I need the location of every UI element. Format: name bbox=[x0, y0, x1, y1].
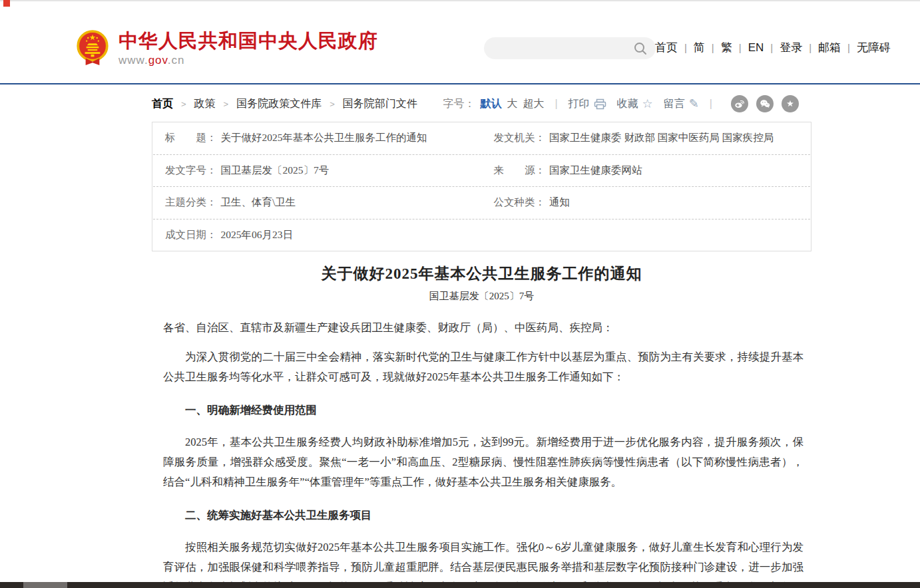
document-body: 各省、自治区、直辖市及新疆生产建设兵团卫生健康委、财政厅（局）、中医药局、疾控局… bbox=[163, 310, 804, 588]
comment-label: 留言 bbox=[664, 97, 685, 111]
breadcrumb-item-3[interactable]: 国务院政策文件库 bbox=[236, 97, 322, 111]
document-number: 国卫基层发〔2025〕7号 bbox=[152, 290, 811, 303]
pencil-icon: ✎ bbox=[689, 98, 699, 110]
paragraph: 为深入贯彻党的二十届三中全会精神，落实新时代党的卫生与健康工作方针中以基层为重点… bbox=[163, 347, 804, 387]
meta-cell: 标 题：关于做好2025年基本公共卫生服务工作的通知 bbox=[153, 131, 482, 145]
print-button[interactable]: 打印 bbox=[569, 97, 606, 111]
search-input[interactable] bbox=[495, 43, 633, 54]
weibo-icon[interactable] bbox=[731, 95, 748, 112]
breadcrumb: 首页>政策>国务院政策文件库>国务院部门文件 bbox=[152, 97, 417, 111]
favorite-label: 收藏 bbox=[617, 97, 638, 111]
meta-label: 发文字号： bbox=[165, 164, 217, 178]
meta-cell: 来 源：国家卫生健康委网站 bbox=[482, 164, 811, 178]
nav-separator: | bbox=[684, 42, 687, 53]
font-size-large-button[interactable]: 大 bbox=[507, 97, 517, 111]
meta-value: 2025年06月23日 bbox=[221, 228, 294, 242]
meta-cell: 公文种类：通知 bbox=[482, 196, 811, 210]
footer-bar bbox=[0, 582, 920, 588]
nav-item-2[interactable]: 简 bbox=[694, 40, 705, 55]
breadcrumb-item-4: 国务院部门文件 bbox=[343, 97, 417, 111]
meta-cell: 主题分类：卫生、体育\卫生 bbox=[153, 196, 482, 210]
printer-icon bbox=[594, 98, 606, 110]
font-size-xlarge-button[interactable]: 超大 bbox=[523, 97, 544, 111]
site-url-gov: gov bbox=[148, 54, 168, 67]
section-heading: 一、明确新增经费使用范围 bbox=[163, 400, 804, 420]
share-buttons bbox=[723, 95, 799, 112]
top-nav: 首页|简|繁|EN|登录|邮箱|无障碍 bbox=[655, 40, 891, 55]
nav-item-1[interactable]: 首页 bbox=[655, 40, 678, 55]
meta-cell: 发文字号：国卫基层发〔2025〕7号 bbox=[153, 164, 482, 178]
search-icon[interactable] bbox=[633, 41, 648, 56]
site-title: 中华人民共和国中央人民政府 bbox=[118, 29, 378, 52]
wechat-icon[interactable] bbox=[756, 95, 774, 112]
nav-separator: | bbox=[847, 42, 850, 53]
section-heading: 二、统筹实施好基本公共卫生服务项目 bbox=[163, 506, 804, 525]
paragraph: 按照相关服务规范切实做好2025年基本公共卫生服务项目实施工作。强化0～6岁儿童… bbox=[163, 537, 804, 588]
paragraph: 各省、自治区、直辖市及新疆生产建设兵团卫生健康委、财政厅（局）、中医药局、疾控局… bbox=[163, 318, 804, 338]
breadcrumb-item-1[interactable]: 首页 bbox=[152, 97, 173, 111]
meta-label: 主题分类： bbox=[165, 196, 217, 210]
page: 中华人民共和国中央人民政府 www.gov.cn 首页|简|繁|EN|登录|邮箱… bbox=[0, 0, 920, 588]
meta-row: 成文日期：2025年06月23日 bbox=[153, 220, 810, 251]
meta-label: 来 源： bbox=[494, 164, 546, 178]
meta-value: 国卫基层发〔2025〕7号 bbox=[221, 164, 330, 178]
nav-item-7[interactable]: 无障碍 bbox=[857, 40, 891, 55]
font-size-default-button[interactable]: 默认 bbox=[480, 97, 501, 111]
nav-separator: | bbox=[770, 42, 773, 53]
breadcrumb-separator: > bbox=[330, 99, 335, 109]
breadcrumb-toolbar-row: 首页>政策>国务院政策文件库>国务院部门文件 字号： 默认 大 超大 | 打印 … bbox=[152, 94, 799, 113]
document-title: 关于做好2025年基本公共卫生服务工作的通知 bbox=[152, 263, 811, 284]
nav-item-6[interactable]: 邮箱 bbox=[818, 40, 841, 55]
font-size-label: 字号： bbox=[443, 97, 475, 111]
meta-value: 国家卫生健康委网站 bbox=[549, 164, 642, 178]
header-divider-line bbox=[0, 83, 920, 84]
star-outline-icon: ☆ bbox=[642, 98, 653, 110]
meta-value: 通知 bbox=[549, 196, 570, 210]
site-url-cn: .cn bbox=[168, 54, 185, 67]
site-url-www: www. bbox=[118, 54, 148, 67]
meta-value: 卫生、体育\卫生 bbox=[221, 196, 296, 210]
site-url: www.gov.cn bbox=[118, 54, 378, 67]
print-label: 打印 bbox=[569, 97, 590, 111]
toolbar: 字号： 默认 大 超大 | 打印 收藏 ☆ 留言 ✎ | bbox=[443, 95, 799, 112]
nav-separator: | bbox=[739, 42, 742, 53]
breadcrumb-item-2[interactable]: 政策 bbox=[194, 97, 216, 111]
nav-separator: | bbox=[809, 42, 811, 53]
document-meta-table: 标 题：关于做好2025年基本公共卫生服务工作的通知发文机关：国家卫生健康委 财… bbox=[152, 122, 811, 251]
paragraph: 2025年，基本公共卫生服务经费人均财政补助标准增加5元，达到99元。新增经费用… bbox=[163, 432, 804, 492]
meta-row: 标 题：关于做好2025年基本公共卫生服务工作的通知发文机关：国家卫生健康委 财… bbox=[153, 122, 810, 155]
toolbar-separator: | bbox=[710, 98, 712, 110]
breadcrumb-separator: > bbox=[181, 99, 186, 109]
meta-value: 关于做好2025年基本公共卫生服务工作的通知 bbox=[221, 131, 427, 145]
comment-button[interactable]: 留言 ✎ bbox=[664, 97, 699, 111]
meta-label: 公文种类： bbox=[494, 196, 546, 210]
meta-label: 成文日期： bbox=[165, 228, 217, 242]
national-emblem-icon bbox=[76, 29, 109, 67]
site-logo[interactable]: 中华人民共和国中央人民政府 www.gov.cn bbox=[76, 29, 378, 67]
nav-item-5[interactable]: 登录 bbox=[780, 40, 802, 55]
meta-label: 标 题： bbox=[165, 131, 217, 145]
favorite-button[interactable]: 收藏 ☆ bbox=[617, 97, 653, 111]
toolbar-separator: | bbox=[555, 98, 557, 110]
nav-separator: | bbox=[712, 42, 714, 53]
nav-item-3[interactable]: 繁 bbox=[721, 40, 732, 55]
search-box[interactable] bbox=[484, 37, 656, 59]
meta-cell: 成文日期：2025年06月23日 bbox=[153, 228, 482, 242]
top-left-red-marker bbox=[3, 0, 10, 7]
meta-cell: 发文机关：国家卫生健康委 财政部 国家中医药局 国家疾控局 bbox=[482, 131, 811, 145]
qzone-star-icon[interactable] bbox=[782, 95, 799, 112]
breadcrumb-separator: > bbox=[224, 99, 229, 109]
meta-row: 发文字号：国卫基层发〔2025〕7号来 源：国家卫生健康委网站 bbox=[153, 155, 810, 188]
site-brand-text: 中华人民共和国中央人民政府 www.gov.cn bbox=[118, 29, 378, 67]
nav-item-4[interactable]: EN bbox=[748, 41, 764, 55]
top-hairline bbox=[0, 0, 920, 1]
footer-bar-segment bbox=[23, 582, 67, 588]
meta-value: 国家卫生健康委 财政部 国家中医药局 国家疾控局 bbox=[549, 131, 774, 145]
meta-row: 主题分类：卫生、体育\卫生公文种类：通知 bbox=[153, 187, 810, 220]
meta-label: 发文机关： bbox=[494, 131, 546, 145]
